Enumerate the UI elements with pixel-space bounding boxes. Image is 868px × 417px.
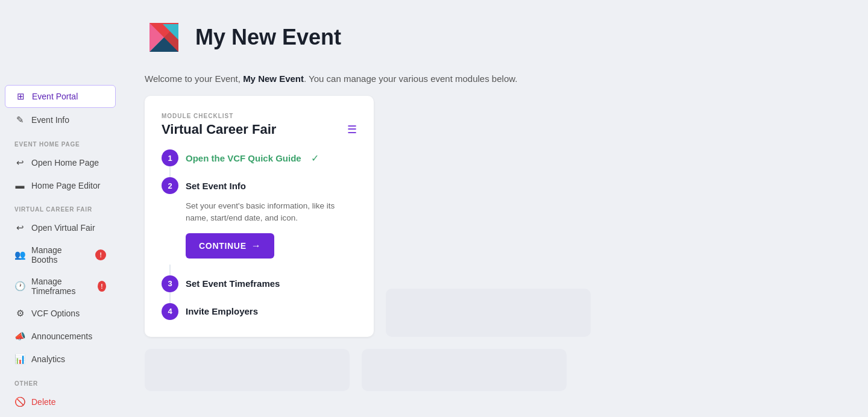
step-connector-3 — [169, 292, 171, 303]
step-4-title: Invite Employers — [186, 306, 258, 316]
arrow-return-icon-2: ↩ — [14, 222, 25, 233]
continue-arrow-icon: → — [251, 240, 262, 251]
sidebar-section-event-home-page: Event Home Page — [0, 131, 121, 151]
page-icon: ▬ — [14, 180, 25, 190]
delete-icon: 🚫 — [14, 397, 25, 407]
step-3-header: 3 Set Event Timeframes — [162, 275, 357, 292]
step-2-body: Set your event's basic information, like… — [162, 194, 357, 265]
app-layout: ⊞ Event Portal ✎ Event Info Event Home P… — [0, 0, 868, 417]
sidebar-section-other: Other — [0, 371, 121, 390]
continue-button[interactable]: CONTINUE → — [186, 233, 274, 259]
bottom-card-left — [386, 289, 591, 337]
card-menu-icon[interactable]: ☰ — [347, 123, 357, 136]
sidebar-item-vcf-options[interactable]: ⚙ VCF Options — [5, 303, 116, 324]
card-title: Virtual Career Fair — [162, 122, 276, 137]
sidebar-item-manage-timeframes[interactable]: 🕐 Manage Timeframes ! — [5, 271, 116, 301]
gear-icon: ⚙ — [14, 308, 25, 319]
sidebar: ⊞ Event Portal ✎ Event Info Event Home P… — [0, 0, 121, 417]
step-connector-2 — [169, 265, 171, 275]
steps-list: 1 Open the VCF Quick Guide ✓ 2 Set Event… — [162, 149, 357, 320]
event-title: My New Event — [195, 25, 341, 50]
step-3: 3 Set Event Timeframes — [162, 275, 357, 303]
manage-booths-badge: ! — [95, 249, 106, 260]
cards-row: MODULE CHECKLIST Virtual Career Fair ☰ 1… — [145, 96, 844, 337]
sidebar-item-event-info[interactable]: ✎ Event Info — [5, 109, 116, 131]
arrow-return-icon: ↩ — [14, 157, 25, 168]
step-1-header: 1 Open the VCF Quick Guide ✓ — [162, 149, 357, 166]
manage-timeframes-badge: ! — [98, 281, 106, 292]
step-2: 2 Set Event Info Set your event's basic … — [162, 177, 357, 275]
step-4-number: 4 — [162, 303, 178, 320]
step-3-number: 3 — [162, 275, 178, 292]
sidebar-item-open-home-page[interactable]: ↩ Open Home Page — [5, 152, 116, 174]
sidebar-item-manage-booths[interactable]: 👥 Manage Booths ! — [5, 240, 116, 270]
analytics-icon: 📊 — [14, 354, 25, 365]
bottom-card-2 — [362, 349, 567, 391]
sidebar-item-home-page-editor[interactable]: ▬ Home Page Editor — [5, 175, 116, 196]
booths-icon: 👥 — [14, 249, 25, 260]
clock-icon: 🕐 — [14, 281, 25, 292]
event-header: My New Event — [145, 18, 844, 57]
megaphone-icon: 📣 — [14, 331, 25, 342]
checklist-card: MODULE CHECKLIST Virtual Career Fair ☰ 1… — [145, 96, 374, 337]
bottom-cards-row — [145, 349, 844, 391]
sidebar-item-analytics[interactable]: 📊 Analytics — [5, 348, 116, 370]
sidebar-item-open-virtual-fair[interactable]: ↩ Open Virtual Fair — [5, 217, 116, 239]
sidebar-item-delete[interactable]: 🚫 Delete — [5, 391, 116, 413]
step-2-header: 2 Set Event Info — [162, 177, 357, 194]
step-1: 1 Open the VCF Quick Guide ✓ — [162, 149, 357, 177]
step-4: 4 Invite Employers — [162, 303, 357, 320]
step-1-number: 1 — [162, 149, 178, 166]
welcome-text: Welcome to your Event, My New Event. You… — [145, 74, 844, 84]
main-content: My New Event Welcome to your Event, My N… — [121, 0, 868, 417]
step-3-title: Set Event Timeframes — [186, 278, 280, 289]
sidebar-item-event-portal[interactable]: ⊞ Event Portal — [5, 85, 116, 108]
step-1-title: Open the VCF Quick Guide — [186, 153, 301, 163]
grid-icon: ⊞ — [15, 91, 26, 102]
step-connector-1 — [169, 166, 171, 177]
step-4-header: 4 Invite Employers — [162, 303, 357, 320]
sidebar-section-vcf: Virtual Career Fair — [0, 196, 121, 216]
step-2-description: Set your event's basic information, like… — [186, 200, 357, 225]
card-header-row: Virtual Career Fair ☰ — [162, 122, 357, 137]
step-2-number: 2 — [162, 177, 178, 194]
edit-icon: ✎ — [14, 114, 25, 125]
sidebar-item-announcements[interactable]: 📣 Announcements — [5, 325, 116, 347]
step-2-title: Set Event Info — [186, 181, 246, 191]
bottom-card-1 — [145, 349, 350, 391]
event-logo — [145, 18, 183, 57]
module-checklist-label: MODULE CHECKLIST — [162, 113, 357, 119]
step-1-check-icon: ✓ — [311, 152, 319, 164]
